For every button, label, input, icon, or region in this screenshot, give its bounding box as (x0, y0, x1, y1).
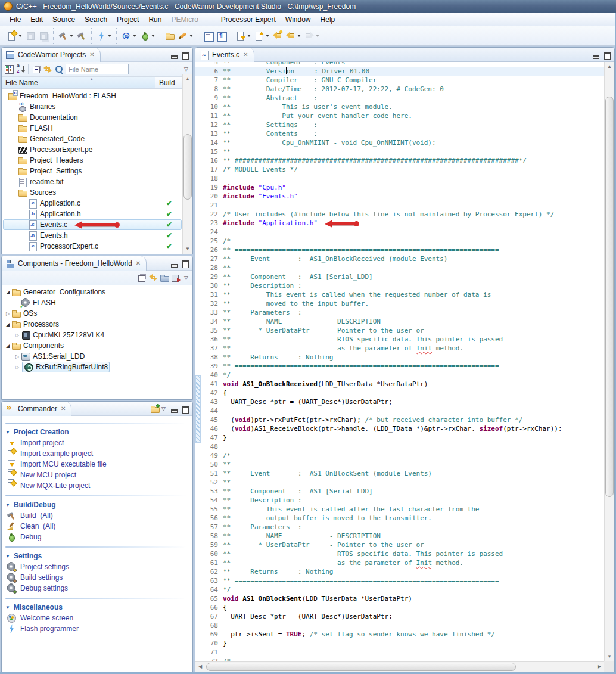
code-line-56[interactable]: 56** output buffer is moved to the trans… (195, 514, 604, 523)
code-line-6[interactable]: 6** Version : Driver 01.00 (195, 67, 604, 76)
command-flash-programmer[interactable]: Flash programmer (5, 623, 192, 634)
code-line-69[interactable]: 69 ptr->isSent = TRUE; /* set flag so se… (195, 630, 604, 639)
projects-scrollbar[interactable]: ▲ ▼ (182, 74, 192, 254)
sync-icon[interactable] (148, 273, 158, 282)
code-line-24[interactable]: 24 (195, 228, 604, 237)
tab-components[interactable]: Components - Freedom_HelloWorld ✕ (2, 256, 147, 271)
code-line-23[interactable]: 23#include "Application.h" (195, 219, 604, 228)
editor-vertical-scrollbar[interactable]: ▲ ▼ (604, 62, 614, 661)
link-with-editor-icon[interactable] (43, 64, 52, 74)
code-line-32[interactable]: 32** moved to the input buffer. (195, 299, 604, 308)
menu-source[interactable]: Source (48, 14, 80, 25)
command-debug[interactable]: Debug (5, 532, 192, 542)
code-line-57[interactable]: 57** Parameters : (195, 523, 604, 532)
close-icon[interactable]: ✕ (135, 260, 141, 266)
code-line-33[interactable]: 33** Parameters : (195, 308, 604, 317)
twisty-icon[interactable]: ▷ (14, 365, 21, 370)
view-menu-icon[interactable]: ▽ (182, 66, 190, 72)
open-resource-button[interactable] (163, 29, 176, 42)
close-icon[interactable]: ✕ (60, 405, 66, 412)
section-header-project-creation[interactable]: ▼Project Creation (5, 427, 192, 437)
minimize-icon[interactable] (169, 51, 179, 59)
code-line-21[interactable]: 21 (195, 201, 604, 210)
tree-item-application-c[interactable]: Application.c✔ (2, 198, 192, 209)
code-line-40[interactable]: 40*/ (195, 371, 604, 380)
code-line-5[interactable]: 5** Component : Events (195, 62, 604, 67)
code-line-20[interactable]: 20#include "Events.h" (195, 192, 604, 201)
section-header-miscellaneous[interactable]: ▼Miscellaneous (5, 602, 192, 613)
command-debug-settings[interactable]: Debug settings (5, 583, 192, 594)
scroll-left-icon[interactable]: ◀ (195, 662, 205, 672)
debug-flash-button[interactable] (95, 29, 113, 42)
component-item-oss[interactable]: ▷OSs (2, 308, 192, 319)
minimize-icon[interactable] (169, 259, 179, 268)
show-source-button[interactable] (201, 29, 214, 42)
projects-column-header[interactable]: ▲ File Name Build (2, 77, 192, 89)
component-item-flash[interactable]: FLASH (2, 297, 192, 308)
tree-item-application-h[interactable]: Application.h✔ (2, 209, 192, 219)
dropdown-arrow-icon[interactable] (133, 35, 136, 37)
minimize-icon[interactable] (169, 405, 179, 413)
maximize-icon[interactable] (602, 51, 612, 59)
maximize-icon[interactable] (181, 51, 190, 59)
tree-item-binaries[interactable]: Binaries (2, 101, 192, 112)
tree-item-documentation[interactable]: Documentation (2, 112, 192, 123)
view-menu-icon[interactable]: ▽ (160, 406, 167, 412)
code-line-19[interactable]: 19#include "Cpu.h" (195, 183, 604, 192)
scroll-right-icon[interactable]: ▶ (595, 662, 604, 672)
twisty-icon[interactable]: ◢ (4, 290, 11, 295)
code-line-48[interactable]: 48 (195, 442, 604, 451)
twisty-icon[interactable]: ▷ (14, 333, 21, 338)
view-menu-icon[interactable]: ▽ (182, 275, 190, 281)
collapse-all-icon[interactable] (32, 64, 41, 74)
command-build-settings[interactable]: Build settings (5, 572, 192, 583)
code-line-22[interactable]: 22/* User includes (#include below this … (195, 210, 604, 219)
code-line-44[interactable]: 44 (195, 406, 604, 415)
code-line-49[interactable]: 49/* (195, 451, 604, 460)
sort-alpha-icon[interactable] (15, 64, 25, 74)
command-new-mqx-lite-project[interactable]: New MQX-Lite project (5, 480, 192, 491)
build-hammer-button[interactable] (57, 29, 75, 42)
search-icon[interactable] (54, 64, 64, 74)
code-line-10[interactable]: 10** This is user's event module. (195, 103, 604, 111)
dropdown-arrow-icon[interactable] (18, 35, 22, 37)
code-line-15[interactable]: 15** (195, 147, 604, 156)
code-line-12[interactable]: 12** Settings : (195, 120, 604, 129)
code-line-67[interactable]: 67 UART_Desc *ptr = (UART_Desc*)UserData… (195, 612, 604, 621)
code-line-45[interactable]: 45 (void)ptr->rxPutFct(ptr->rxChar); /* … (195, 415, 604, 424)
code-line-39[interactable]: 39** ===================================… (195, 362, 604, 371)
dropdown-arrow-icon[interactable] (151, 35, 155, 37)
scroll-up-icon[interactable]: ▲ (605, 62, 614, 72)
command-project-settings[interactable]: Project settings (5, 561, 192, 572)
command-welcome-screen[interactable]: Welcome screen (5, 613, 192, 623)
maximize-icon[interactable] (181, 405, 190, 413)
code-line-46[interactable]: 46 (void)AS1_ReceiveBlock(ptr->handle, (… (195, 424, 604, 433)
new-wizard-button[interactable] (5, 29, 24, 42)
editor-content[interactable]: 5** Component : Events6** Version : Driv… (195, 62, 604, 661)
command-clean-all-[interactable]: Clean (All) (5, 521, 192, 532)
code-line-7[interactable]: 7** Compiler : GNU C Compiler (195, 76, 604, 85)
collapse-all-icon[interactable] (137, 273, 147, 282)
code-line-34[interactable]: 34** NAME - DESCRIPTION (195, 317, 604, 326)
command-import-project[interactable]: Import project (5, 437, 192, 448)
next-annotation-button[interactable] (234, 29, 253, 42)
tree-item-sources[interactable]: Sources (2, 187, 192, 198)
section-header-build-debug[interactable]: ▼Build/Debug (5, 499, 192, 510)
dropdown-arrow-icon[interactable] (297, 35, 301, 37)
tree-item-generated-code[interactable]: Generated_Code (2, 133, 192, 144)
code-line-55[interactable]: 55** This event is called after the last… (195, 505, 604, 514)
code-line-30[interactable]: 30** Description : (195, 281, 604, 290)
dropdown-arrow-icon[interactable] (266, 35, 269, 37)
prev-annotation-button[interactable] (253, 29, 271, 42)
component-item-components[interactable]: ◢Components (2, 340, 192, 351)
code-line-61[interactable]: 61** as the parameter of Init method. (195, 558, 604, 567)
command-import-example-project[interactable]: Import example project (5, 448, 192, 459)
tree-item-readme-txt[interactable]: readme.txt (2, 176, 192, 187)
code-line-17[interactable]: 17/* MODULE Events */ (195, 165, 604, 174)
section-header-settings[interactable]: ▼Settings (5, 551, 192, 561)
code-line-66[interactable]: 66{ (195, 603, 604, 612)
dropdown-arrow-icon[interactable] (70, 35, 73, 37)
dropdown-arrow-icon[interactable] (108, 35, 111, 37)
code-line-8[interactable]: 8** Date/Time : 2012-07-17, 22:22, # Cod… (195, 85, 604, 94)
code-line-68[interactable]: 68 (195, 621, 604, 630)
